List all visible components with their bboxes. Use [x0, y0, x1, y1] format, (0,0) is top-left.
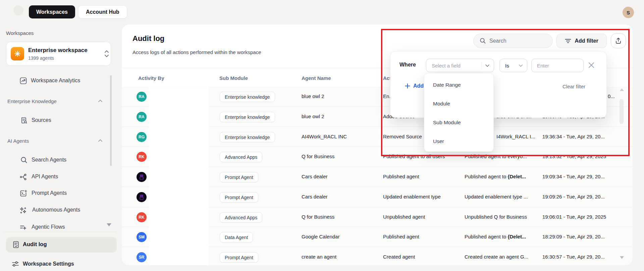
description-bold-text: {Delet...: [507, 234, 526, 239]
tab-account-hub-label: Account Hub: [86, 9, 119, 15]
table-scroll-down-icon[interactable]: [620, 256, 624, 259]
search-box[interactable]: [473, 34, 553, 48]
description-cell: Published agent to {Delet...: [465, 234, 526, 239]
sub-module-badge: Prompt Agent: [220, 192, 258, 202]
timestamp-cell: 19:09:26 - Tue, Apr 29, 20...: [542, 194, 605, 199]
menu-item-module[interactable]: Module: [424, 94, 493, 113]
column-header-activity-by: Activity By: [138, 75, 164, 81]
api-agents-icon: [19, 173, 28, 181]
agent-name-cell: blue owl 2: [302, 93, 324, 99]
sidebar-scrollbar[interactable]: [110, 75, 112, 166]
export-button[interactable]: [611, 33, 626, 48]
field-select[interactable]: Select a field: [426, 59, 494, 72]
action-cell: Published agent: [383, 174, 419, 179]
description-cell: Updated enablement type ...: [465, 194, 528, 199]
search-icon: [480, 38, 486, 44]
avatar: [137, 192, 147, 202]
audit-log-icon: [12, 241, 20, 249]
sidebar-item-agentic-flows[interactable]: Agentic Flows: [32, 224, 65, 230]
action-cell: Unpublished agent: [383, 214, 425, 220]
menu-item-date-range[interactable]: Date Range: [424, 76, 493, 94]
workspace-settings-icon: [11, 261, 19, 267]
avatar: RK: [137, 212, 147, 222]
add-filter-row-button[interactable]: Add: [405, 83, 424, 89]
tab-workspaces[interactable]: Workspaces: [29, 5, 75, 18]
sidebar-section-workspaces: Workspaces: [6, 30, 34, 36]
sources-icon: [20, 117, 28, 124]
redacted-names-overlay: [149, 87, 209, 265]
chevron-down-icon: [485, 64, 490, 67]
autonomous-agents-icon: [19, 206, 28, 215]
where-label: Where: [399, 62, 416, 68]
sidebar-item-search-agents[interactable]: Search Agents: [32, 157, 66, 163]
description-cell: Published agent to everyo...: [465, 153, 527, 159]
action-cell: Created agent: [383, 254, 415, 260]
timestamp-cell: 19:13:52 - Tue, Apr 29, 2025: [542, 153, 606, 159]
avatar: RK: [137, 152, 147, 162]
agent-name-cell: AI4Work_RACL INC: [302, 134, 347, 139]
description-text: Published agent to: [465, 234, 507, 239]
agent-name-cell: create an agent: [302, 254, 336, 260]
chevron-up-icon[interactable]: [98, 139, 103, 142]
sub-module-badge: Prompt Agent: [220, 252, 258, 263]
avatar: SR: [137, 252, 147, 262]
sub-module-badge: Advanced Apps: [220, 212, 262, 223]
sidebar-item-api-agents[interactable]: API Agents: [32, 174, 58, 180]
table-scroll-up-icon[interactable]: [620, 88, 624, 91]
tab-workspaces-label: Workspaces: [36, 9, 68, 15]
sub-module-badge: Enterprise knowledge: [220, 92, 275, 102]
workspace-switch-chevrons-icon[interactable]: [104, 49, 109, 58]
add-filter-button[interactable]: Add filter: [556, 34, 607, 48]
user-avatar-initial: S: [627, 10, 630, 15]
sidebar-scroll-down-icon[interactable]: [107, 223, 111, 226]
add-label: Add: [413, 83, 424, 89]
app-logo: [13, 5, 23, 15]
workspace-agent-count: 1399 agents: [28, 55, 54, 61]
timestamp-cell: 19:06:01 - Tue, Apr 29, 2025: [542, 214, 606, 220]
avatar: RA: [137, 92, 147, 102]
operator-select[interactable]: Is: [499, 59, 527, 72]
sub-module-badge: Prompt Agent: [220, 172, 258, 182]
timestamp-cell: 18:29:09 - Tue, Apr 29, 20...: [542, 234, 605, 239]
action-cell: Updated enablement type: [383, 194, 441, 199]
search-input[interactable]: [489, 38, 543, 44]
avatar: [137, 172, 147, 182]
menu-item-sub-module[interactable]: Sub Module: [424, 113, 493, 132]
operator-value: Is: [505, 63, 509, 69]
field-options-menu: Date Range Module Sub Module User: [424, 73, 494, 152]
sidebar-section-ai-agents[interactable]: AI Agents: [7, 138, 29, 144]
description-cell: Published agent to {Delet...: [465, 174, 526, 179]
user-avatar[interactable]: S: [623, 7, 634, 18]
action-cell: Published agent to all users: [383, 153, 445, 159]
sub-module-badge: Enterprise knowledge: [220, 132, 275, 142]
sidebar-item-prompt-agents[interactable]: Prompt Agents: [32, 190, 67, 196]
timestamp-cell: 19:09:34 - Tue, Apr 29, 20...: [542, 174, 605, 179]
page-title: Audit log: [132, 34, 164, 43]
sub-module-badge: Advanced Apps: [220, 152, 262, 162]
sidebar-item-sources[interactable]: Sources: [32, 117, 51, 123]
action-cell: Removed Source: [383, 134, 422, 139]
sidebar-item-workspace-analytics[interactable]: Workspace Analytics: [31, 78, 80, 84]
clear-filter-button[interactable]: Clear filter: [562, 84, 585, 89]
sidebar-item-autonomous-agents[interactable]: Autonomous Agents: [32, 207, 80, 213]
column-header-agent-name: Agent Name: [302, 75, 331, 81]
tab-account-hub[interactable]: Account Hub: [78, 5, 127, 18]
filter-value-field[interactable]: [531, 59, 584, 72]
field-select-placeholder: Select a field: [432, 63, 461, 69]
sidebar-item-workspace-settings[interactable]: Workspace Settings: [23, 261, 74, 267]
description-bold-text: {Delet...: [507, 174, 526, 179]
chevron-up-icon[interactable]: [98, 99, 103, 102]
page-subtitle: Access logs of all actions performed wit…: [132, 49, 261, 55]
filter-value-input[interactable]: [537, 63, 577, 69]
table-scrollbar-thumb[interactable]: [620, 99, 624, 124]
sidebar-section-enterprise-knowledge[interactable]: Enterprise Knowledge: [7, 98, 57, 104]
description-cell: Unpublished Q for Business: [465, 214, 527, 220]
agent-name-cell: Q for Business: [302, 153, 334, 159]
agent-name-cell: Cars dealer: [302, 174, 328, 179]
menu-item-user[interactable]: User: [424, 132, 493, 151]
timestamp-cell: 19:36:34 - Tue, Apr 29, 20...: [542, 134, 605, 139]
audit-log-panel: Audit log Access logs of all actions per…: [122, 25, 633, 265]
description-cell: Created create an agent G...: [465, 254, 528, 260]
remove-filter-row-icon[interactable]: [588, 61, 595, 69]
agent-name-cell: Cars dealer: [302, 194, 328, 199]
